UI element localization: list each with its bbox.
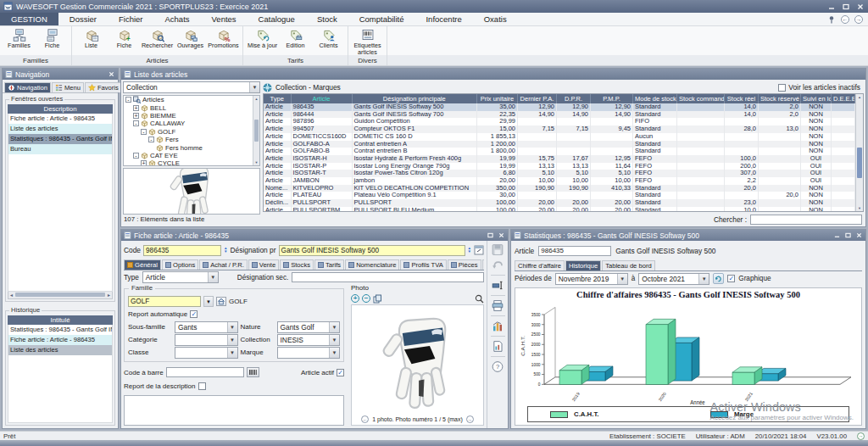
table-row-987896[interactable]: Article987896Guidon Compétition29,99FIFO…	[264, 118, 855, 125]
magnifier-icon[interactable]	[475, 294, 484, 304]
period-to-dropdown[interactable]: Octobre 2021 ▼	[638, 273, 709, 285]
minimize-icon[interactable]	[833, 232, 841, 238]
maximize-button[interactable]	[842, 3, 850, 10]
expand-toggle-icon[interactable]: -	[133, 153, 139, 159]
chevron-down-icon[interactable]: ▼	[698, 274, 709, 284]
column-header-prix-unitaire[interactable]: Prix unitaire	[477, 94, 518, 103]
status-arrow-icon[interactable]: →	[857, 432, 865, 440]
chevron-down-icon[interactable]: ▼	[329, 335, 339, 345]
home-icon[interactable]	[216, 297, 226, 306]
show-inactive-checkbox[interactable]	[778, 84, 786, 92]
forward-icon[interactable]: →	[854, 15, 863, 24]
table-vertical-scrollbar[interactable]: ▲▼	[855, 94, 863, 211]
column-header-p-m-p[interactable]: P.M.P.	[591, 94, 633, 103]
copy-icon[interactable]	[373, 294, 382, 304]
table-row-isostar-h[interactable]: ArticleISOSTAR-HIsostar Hydrate & Perfor…	[264, 155, 855, 163]
toolbar-fiche-button[interactable]: Fiche	[36, 27, 69, 56]
chevron-down-icon[interactable]: ▼	[203, 296, 214, 307]
tab-tableau-de-bord[interactable]: Tableau de bord	[602, 260, 654, 270]
menu-item-gestion[interactable]: GESTION	[0, 13, 58, 25]
menu-item-comptabilite[interactable]: Comptabilité	[348, 13, 415, 25]
tab-chiffre-d-affaire[interactable]: Chiffre d'affaire	[515, 260, 565, 270]
marque-dropdown[interactable]: ▼	[277, 347, 341, 359]
table-row-pullsport[interactable]: Déclin...PULLSPORTPULLSPORT100,0020,0020…	[264, 199, 855, 207]
horizontal-scrollbar[interactable]: ◄►	[8, 292, 113, 299]
expand-toggle-icon[interactable]: -	[125, 97, 131, 103]
minimize-button[interactable]	[827, 3, 836, 10]
chevron-down-icon[interactable]: ▼	[329, 322, 339, 332]
toolbar-ouvrages-button[interactable]: Ouvrages	[174, 27, 207, 56]
column-header-stock-commande[interactable]: Stock commandé	[677, 94, 725, 103]
article-actif-checkbox[interactable]: ✓	[337, 369, 344, 376]
toolbar-fiche-button[interactable]: +Fiche	[108, 27, 141, 56]
sous-famille-dropdown[interactable]: Gants▼	[175, 321, 238, 333]
chevron-down-icon[interactable]: ▼	[227, 322, 237, 332]
print-icon[interactable]	[491, 299, 504, 312]
toolbar-familles-button[interactable]: Familles	[3, 27, 36, 56]
table-row-dometiccs160d[interactable]: ArticleDOMETICCS160DDOMETIC CS 160 D1 85…	[264, 133, 855, 141]
categorie-dropdown[interactable]: ▼	[175, 334, 238, 346]
menu-item-infocentre[interactable]: Infocentre	[415, 13, 472, 25]
menu-item-ventes[interactable]: Ventes	[201, 13, 248, 25]
table-row-986435[interactable]: Article986435Gants Golf INESIS Softway 5…	[264, 103, 855, 111]
nature-dropdown[interactable]: Gants Golf▼	[277, 321, 341, 333]
tree-item-cycle[interactable]: +CYCLE	[124, 159, 259, 166]
nav-tab-navigation[interactable]: Navigation	[4, 82, 51, 92]
list-item[interactable]: Statistiques : 986435 - Gants Golf INESI…	[8, 134, 112, 144]
column-header-suivi-en-lot[interactable]: Suivi en lot	[801, 94, 832, 103]
tab-documents[interactable]: Documents	[482, 259, 485, 270]
rename-icon[interactable]	[491, 279, 504, 292]
tab-options[interactable]: Options	[162, 259, 198, 270]
nav-tab-menu[interactable]: Menu	[52, 82, 84, 92]
toolbar-rechercher-button[interactable]: Rechercher	[141, 27, 174, 56]
nav-tab-favoris[interactable]: Favoris	[85, 82, 122, 92]
tree-item-biemme[interactable]: +BIEMME	[124, 112, 259, 120]
column-header-d-e-e-e[interactable]: D.E.E.E.	[832, 94, 855, 103]
tab-tarifs[interactable]: Tarifs	[314, 259, 344, 270]
undo-icon[interactable]	[491, 259, 504, 271]
table-row-golfabo-a[interactable]: ArticleGOLFABO-AContrat entretien A1 200…	[264, 141, 855, 148]
scroll-thumb[interactable]	[857, 148, 862, 178]
list-item[interactable]: Fiche article : Article - 986435	[8, 335, 112, 345]
chevron-down-icon[interactable]: ▼	[227, 348, 237, 358]
barcode-icon[interactable]	[247, 367, 259, 377]
menu-item-stock[interactable]: Stock	[306, 13, 348, 25]
tab-pieces[interactable]: Pièces	[448, 259, 481, 270]
chevron-down-icon[interactable]: ▼	[329, 348, 339, 358]
column-header-article[interactable]: Article	[291, 94, 352, 103]
close-button[interactable]	[856, 3, 865, 10]
list-item[interactable]: Liste des articles	[8, 124, 112, 134]
expand-toggle-icon[interactable]: -	[133, 120, 139, 126]
description-textarea[interactable]	[124, 395, 344, 426]
tab-general[interactable]: Général	[124, 259, 161, 270]
save-icon[interactable]	[491, 243, 504, 256]
collection-filter-dropdown[interactable]: Collection ▼	[123, 81, 260, 93]
scroll-left-icon[interactable]: ◄	[9, 293, 14, 298]
toolbar-edition-button[interactable]: Edition	[279, 27, 312, 56]
tab-achat-p-r[interactable]: Achat / P.R.	[199, 259, 248, 270]
scroll-thumb[interactable]	[15, 293, 105, 297]
menu-item-achats[interactable]: Achats	[153, 13, 200, 25]
chevron-down-icon[interactable]: ▼	[249, 82, 259, 92]
column-header-mode-de-stock[interactable]: Mode de stock	[633, 94, 677, 103]
table-row-isostar-p[interactable]: ArticleISOSTAR-PIsostar Long Energy Oran…	[264, 163, 855, 170]
code-field[interactable]: 986435	[143, 245, 221, 256]
period-from-dropdown[interactable]: Novembre 2019 ▼	[555, 273, 628, 285]
scroll-right-icon[interactable]: ►	[107, 293, 111, 298]
maximize-icon[interactable]	[487, 232, 494, 238]
column-header-dernier-p-a[interactable]: Dernier P.A.	[518, 94, 557, 103]
stats-icon[interactable]	[491, 320, 504, 332]
maximize-icon[interactable]	[844, 232, 852, 238]
expand-toggle-icon[interactable]: +	[133, 105, 139, 111]
next-photo-button[interactable]: →	[466, 415, 474, 423]
tab-profils-tva[interactable]: Profils TVA	[400, 259, 446, 270]
tree-item-fers[interactable]: -Fers	[124, 136, 259, 143]
tree-item-golf[interactable]: -GOLF	[124, 128, 259, 136]
close-icon[interactable]	[108, 71, 115, 77]
table-row-jambon[interactable]: ArticleJAMBONjambon20,0010,0010,0010,00F…	[264, 177, 855, 185]
graphique-checkbox[interactable]: ✓	[727, 275, 735, 282]
table-row-kitvelopro[interactable]: Nome...KITVELOPROKIT VELO DECATHLON COMP…	[264, 185, 855, 192]
remove-photo-button[interactable]: −	[362, 294, 370, 303]
tree-scrollbar[interactable]: ▲▼	[253, 96, 259, 165]
back-icon[interactable]: ←	[841, 15, 849, 24]
